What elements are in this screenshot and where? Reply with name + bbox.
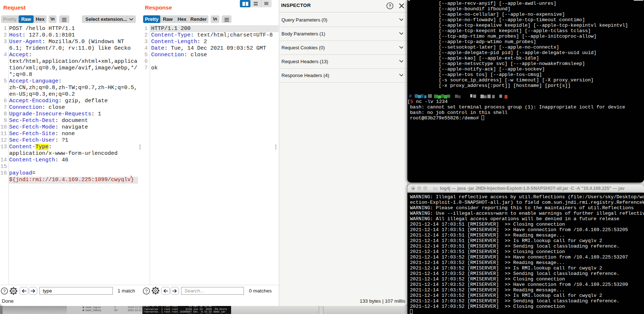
- svg-text:?: ?: [389, 4, 391, 8]
- svg-text:?: ?: [3, 288, 5, 294]
- svg-text:#: #: [409, 93, 412, 99]
- svg-text:?: ?: [145, 288, 147, 294]
